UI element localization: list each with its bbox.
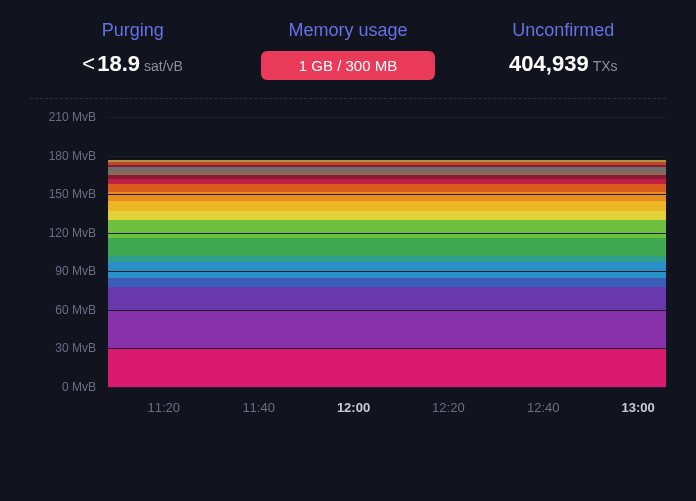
x-tick: 11:40 [242,400,275,415]
chart-band [108,348,666,387]
unconfirmed-value: 404,939TXs [461,51,666,77]
chart-band [108,192,666,201]
y-tick: 180 MvB [49,149,96,163]
purging-value: <18.9sat/vB [30,51,235,77]
chart-plot [108,117,666,387]
gridline [108,271,666,272]
y-tick: 210 MvB [49,110,96,124]
chart-band [108,287,666,310]
y-tick: 150 MvB [49,187,96,201]
x-tick: 12:40 [527,400,560,415]
chart-band [108,211,666,220]
gridline [108,387,666,388]
memory-stat: Memory usage 1 GB / 300 MB [245,20,450,80]
gridline [108,233,666,234]
y-tick: 120 MvB [49,226,96,240]
purging-label: Purging [30,20,235,41]
chart-band [108,238,666,256]
gridline [108,194,666,195]
memory-label: Memory usage [245,20,450,41]
chart-band [108,278,666,287]
unconfirmed-label: Unconfirmed [461,20,666,41]
x-axis: 11:2011:4012:0012:2012:4013:00 [108,389,666,427]
x-tick: 13:00 [621,400,654,415]
purging-stat: Purging <18.9sat/vB [30,20,235,80]
y-axis: 0 MvB30 MvB60 MvB90 MvB120 MvB150 MvB180… [30,117,102,387]
stats-row: Purging <18.9sat/vB Memory usage 1 GB / … [30,20,666,99]
y-tick: 0 MvB [62,380,96,394]
chart-band [108,220,666,238]
mempool-chart: 0 MvB30 MvB60 MvB90 MvB120 MvB150 MvB180… [30,117,666,427]
chart-band [108,262,666,277]
memory-pill: 1 GB / 300 MB [261,51,435,80]
gridline [108,348,666,349]
y-tick: 90 MvB [55,264,96,278]
x-tick: 11:20 [148,400,181,415]
x-tick: 12:20 [432,400,465,415]
gridline [108,156,666,157]
y-tick: 30 MvB [55,341,96,355]
x-tick: 12:00 [337,400,370,415]
gridline [108,117,666,118]
chart-band [108,201,666,211]
unconfirmed-stat: Unconfirmed 404,939TXs [461,20,666,80]
chart-band [108,184,666,192]
gridline [108,310,666,311]
y-tick: 60 MvB [55,303,96,317]
chart-band [108,310,666,349]
